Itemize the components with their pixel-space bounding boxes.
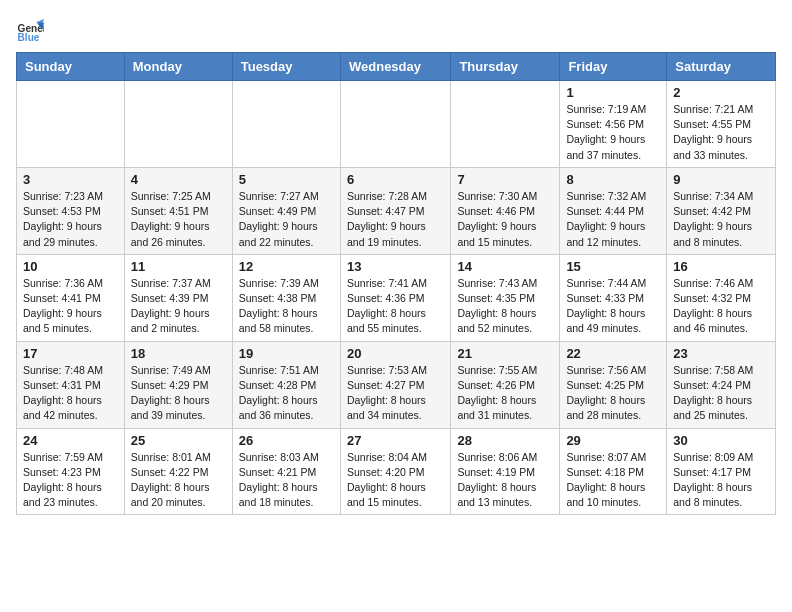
day-info: Sunrise: 7:51 AM Sunset: 4:28 PM Dayligh… [239,363,334,424]
svg-text:Blue: Blue [18,32,40,43]
calendar-cell: 21Sunrise: 7:55 AM Sunset: 4:26 PM Dayli… [451,341,560,428]
day-number: 30 [673,433,769,448]
calendar-week-2: 3Sunrise: 7:23 AM Sunset: 4:53 PM Daylig… [17,167,776,254]
day-number: 9 [673,172,769,187]
calendar-header-tuesday: Tuesday [232,53,340,81]
day-number: 14 [457,259,553,274]
day-number: 2 [673,85,769,100]
day-info: Sunrise: 7:37 AM Sunset: 4:39 PM Dayligh… [131,276,226,337]
calendar-header-saturday: Saturday [667,53,776,81]
day-number: 29 [566,433,660,448]
day-number: 4 [131,172,226,187]
calendar-cell: 29Sunrise: 8:07 AM Sunset: 4:18 PM Dayli… [560,428,667,515]
day-number: 10 [23,259,118,274]
calendar-cell: 24Sunrise: 7:59 AM Sunset: 4:23 PM Dayli… [17,428,125,515]
calendar-cell [17,81,125,168]
calendar-cell: 4Sunrise: 7:25 AM Sunset: 4:51 PM Daylig… [124,167,232,254]
calendar-cell: 14Sunrise: 7:43 AM Sunset: 4:35 PM Dayli… [451,254,560,341]
calendar-header-friday: Friday [560,53,667,81]
day-info: Sunrise: 8:03 AM Sunset: 4:21 PM Dayligh… [239,450,334,511]
day-info: Sunrise: 7:49 AM Sunset: 4:29 PM Dayligh… [131,363,226,424]
calendar-week-4: 17Sunrise: 7:48 AM Sunset: 4:31 PM Dayli… [17,341,776,428]
calendar-cell: 16Sunrise: 7:46 AM Sunset: 4:32 PM Dayli… [667,254,776,341]
day-number: 27 [347,433,444,448]
calendar-cell: 23Sunrise: 7:58 AM Sunset: 4:24 PM Dayli… [667,341,776,428]
day-number: 25 [131,433,226,448]
day-number: 7 [457,172,553,187]
day-number: 15 [566,259,660,274]
day-info: Sunrise: 7:48 AM Sunset: 4:31 PM Dayligh… [23,363,118,424]
calendar-cell [451,81,560,168]
calendar-cell: 1Sunrise: 7:19 AM Sunset: 4:56 PM Daylig… [560,81,667,168]
day-info: Sunrise: 7:55 AM Sunset: 4:26 PM Dayligh… [457,363,553,424]
day-number: 5 [239,172,334,187]
calendar-week-1: 1Sunrise: 7:19 AM Sunset: 4:56 PM Daylig… [17,81,776,168]
calendar-cell: 8Sunrise: 7:32 AM Sunset: 4:44 PM Daylig… [560,167,667,254]
day-number: 24 [23,433,118,448]
day-number: 13 [347,259,444,274]
day-number: 22 [566,346,660,361]
day-number: 20 [347,346,444,361]
calendar-cell: 15Sunrise: 7:44 AM Sunset: 4:33 PM Dayli… [560,254,667,341]
day-number: 12 [239,259,334,274]
calendar-cell [124,81,232,168]
day-info: Sunrise: 8:04 AM Sunset: 4:20 PM Dayligh… [347,450,444,511]
calendar-cell: 28Sunrise: 8:06 AM Sunset: 4:19 PM Dayli… [451,428,560,515]
day-info: Sunrise: 7:53 AM Sunset: 4:27 PM Dayligh… [347,363,444,424]
calendar-cell: 3Sunrise: 7:23 AM Sunset: 4:53 PM Daylig… [17,167,125,254]
calendar-cell [340,81,450,168]
calendar-cell: 10Sunrise: 7:36 AM Sunset: 4:41 PM Dayli… [17,254,125,341]
calendar-week-5: 24Sunrise: 7:59 AM Sunset: 4:23 PM Dayli… [17,428,776,515]
day-number: 16 [673,259,769,274]
day-info: Sunrise: 7:56 AM Sunset: 4:25 PM Dayligh… [566,363,660,424]
day-info: Sunrise: 7:27 AM Sunset: 4:49 PM Dayligh… [239,189,334,250]
day-number: 1 [566,85,660,100]
day-info: Sunrise: 7:19 AM Sunset: 4:56 PM Dayligh… [566,102,660,163]
calendar-cell: 30Sunrise: 8:09 AM Sunset: 4:17 PM Dayli… [667,428,776,515]
calendar-header-thursday: Thursday [451,53,560,81]
day-info: Sunrise: 7:46 AM Sunset: 4:32 PM Dayligh… [673,276,769,337]
logo-icon: General Blue [16,16,44,44]
day-info: Sunrise: 7:41 AM Sunset: 4:36 PM Dayligh… [347,276,444,337]
calendar-header-monday: Monday [124,53,232,81]
calendar-cell: 6Sunrise: 7:28 AM Sunset: 4:47 PM Daylig… [340,167,450,254]
day-info: Sunrise: 7:21 AM Sunset: 4:55 PM Dayligh… [673,102,769,163]
day-info: Sunrise: 8:09 AM Sunset: 4:17 PM Dayligh… [673,450,769,511]
day-info: Sunrise: 7:44 AM Sunset: 4:33 PM Dayligh… [566,276,660,337]
calendar-cell: 5Sunrise: 7:27 AM Sunset: 4:49 PM Daylig… [232,167,340,254]
day-info: Sunrise: 7:30 AM Sunset: 4:46 PM Dayligh… [457,189,553,250]
day-info: Sunrise: 7:32 AM Sunset: 4:44 PM Dayligh… [566,189,660,250]
day-info: Sunrise: 7:25 AM Sunset: 4:51 PM Dayligh… [131,189,226,250]
day-info: Sunrise: 7:58 AM Sunset: 4:24 PM Dayligh… [673,363,769,424]
calendar-body: 1Sunrise: 7:19 AM Sunset: 4:56 PM Daylig… [17,81,776,515]
calendar-cell: 11Sunrise: 7:37 AM Sunset: 4:39 PM Dayli… [124,254,232,341]
day-info: Sunrise: 8:06 AM Sunset: 4:19 PM Dayligh… [457,450,553,511]
calendar-cell: 19Sunrise: 7:51 AM Sunset: 4:28 PM Dayli… [232,341,340,428]
logo: General Blue [16,16,48,44]
calendar-week-3: 10Sunrise: 7:36 AM Sunset: 4:41 PM Dayli… [17,254,776,341]
day-info: Sunrise: 7:28 AM Sunset: 4:47 PM Dayligh… [347,189,444,250]
day-number: 8 [566,172,660,187]
calendar-cell: 22Sunrise: 7:56 AM Sunset: 4:25 PM Dayli… [560,341,667,428]
calendar-header-sunday: Sunday [17,53,125,81]
calendar-cell: 7Sunrise: 7:30 AM Sunset: 4:46 PM Daylig… [451,167,560,254]
day-info: Sunrise: 8:01 AM Sunset: 4:22 PM Dayligh… [131,450,226,511]
day-number: 26 [239,433,334,448]
day-info: Sunrise: 7:36 AM Sunset: 4:41 PM Dayligh… [23,276,118,337]
calendar-table: SundayMondayTuesdayWednesdayThursdayFrid… [16,52,776,515]
calendar-cell: 26Sunrise: 8:03 AM Sunset: 4:21 PM Dayli… [232,428,340,515]
day-number: 11 [131,259,226,274]
calendar-cell [232,81,340,168]
day-info: Sunrise: 8:07 AM Sunset: 4:18 PM Dayligh… [566,450,660,511]
day-number: 23 [673,346,769,361]
calendar-cell: 20Sunrise: 7:53 AM Sunset: 4:27 PM Dayli… [340,341,450,428]
calendar-header-row: SundayMondayTuesdayWednesdayThursdayFrid… [17,53,776,81]
calendar-cell: 9Sunrise: 7:34 AM Sunset: 4:42 PM Daylig… [667,167,776,254]
calendar-cell: 12Sunrise: 7:39 AM Sunset: 4:38 PM Dayli… [232,254,340,341]
day-number: 28 [457,433,553,448]
day-number: 3 [23,172,118,187]
day-info: Sunrise: 7:39 AM Sunset: 4:38 PM Dayligh… [239,276,334,337]
day-number: 18 [131,346,226,361]
day-info: Sunrise: 7:23 AM Sunset: 4:53 PM Dayligh… [23,189,118,250]
day-number: 17 [23,346,118,361]
